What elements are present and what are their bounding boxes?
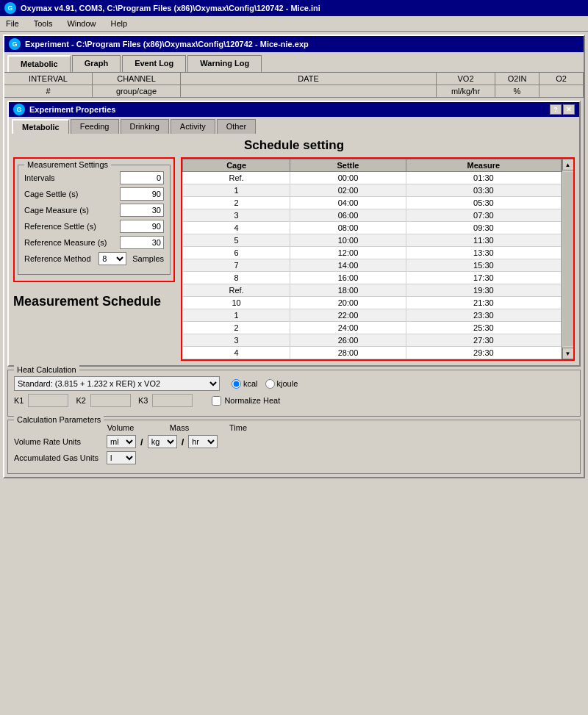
dialog-title: Experiment Properties [29, 105, 115, 114]
schedule-table-scroll[interactable]: Cage Settle Measure Ref.00:0001:30102:00… [182, 159, 562, 359]
tab-metabolic[interactable]: Metabolic [7, 55, 71, 72]
right-panel: Cage Settle Measure Ref.00:0001:30102:00… [181, 157, 575, 361]
tab-event-log[interactable]: Event Log [122, 55, 186, 72]
table-row: 122:0023:30 [183, 309, 562, 322]
header-channel: CHANNEL [93, 73, 181, 85]
schedule-cell-settle: 16:00 [290, 272, 406, 284]
schedule-table-container: Cage Settle Measure Ref.00:0001:30102:00… [182, 159, 573, 359]
measurement-schedule-label: Measurement Schedule [13, 294, 175, 309]
table-row: 306:0007:30 [183, 209, 562, 222]
app-title: Oxymax v4.91, COM3, C:\Program Files (x8… [21, 4, 320, 12]
menu-tools[interactable]: Tools [31, 18, 56, 29]
scroll-up-button[interactable]: ▲ [562, 159, 574, 170]
kcal-radio-label[interactable]: kcal [232, 379, 258, 389]
cage-measure-row: Cage Measure (s) [24, 204, 164, 217]
intervals-input[interactable] [120, 171, 164, 184]
dialog-icon: G [13, 104, 25, 115]
schedule-header-measure: Measure [406, 159, 561, 172]
schedule-cell-cage: 5 [183, 234, 290, 247]
schedule-setting-title: Schedule setting [244, 138, 344, 152]
schedule-cell-cage: 1 [183, 309, 290, 322]
accumulated-unit-select[interactable]: lml [107, 451, 136, 464]
intervals-label: Intervals [24, 173, 117, 182]
mass-unit-select[interactable]: kgg [148, 435, 177, 448]
main-window: G Experiment - C:\Program Files (x86)\Ox… [3, 35, 585, 478]
heat-radio-group: kcal kjoule [232, 379, 298, 389]
schedule-cell-settle: 22:00 [290, 309, 406, 322]
table-row: Ref.18:0019:30 [183, 284, 562, 297]
dialog-close-button[interactable]: ✕ [563, 104, 575, 115]
inner-tab-metabolic[interactable]: Metabolic [12, 119, 69, 134]
schedule-cell-measure: 07:30 [406, 209, 561, 222]
tab-warning-log[interactable]: Warning Log [187, 55, 262, 72]
calculation-parameters-group: Calculation Parameters Volume Mass Time … [7, 420, 581, 474]
main-window-title-bar: G Experiment - C:\Program Files (x86)\Ox… [4, 36, 584, 52]
ref-method-label: Reference Method [24, 254, 96, 263]
content-layout: Measurement Settings Intervals Cage Sett… [13, 157, 575, 361]
cage-measure-input[interactable] [120, 204, 164, 217]
calc-group-title: Calculation Parameters [14, 415, 104, 424]
schedule-cell-settle: 24:00 [290, 322, 406, 334]
menu-bar: File Tools Window Help [0, 16, 588, 32]
menu-help[interactable]: Help [108, 18, 131, 29]
k2-input[interactable] [90, 394, 131, 407]
schedule-cell-cage: 10 [183, 297, 290, 309]
ref-measure-label: Reference Measure (s) [24, 238, 117, 247]
kjoule-radio-label[interactable]: kjoule [265, 379, 298, 389]
schedule-cell-cage: 6 [183, 247, 290, 259]
schedule-cell-measure: 09:30 [406, 222, 561, 234]
inner-tab-activity[interactable]: Activity [171, 119, 215, 134]
tab-graph[interactable]: Graph [72, 55, 121, 72]
schedule-cell-cage: 4 [183, 222, 290, 234]
header-o2: O2 [539, 73, 584, 85]
schedule-cell-cage: 7 [183, 259, 290, 272]
samples-label: Samples [132, 254, 164, 263]
ref-settle-input[interactable] [120, 220, 164, 233]
accumulated-gas-units-row: Accumulated Gas Units lml [14, 451, 574, 464]
normalize-heat-checkbox[interactable] [212, 396, 221, 406]
schedule-cell-measure: 01:30 [406, 172, 561, 184]
table-row: 510:0011:30 [183, 234, 562, 247]
divider2: / [182, 436, 184, 448]
header-date: DATE [181, 73, 437, 85]
ref-settle-row: Reference Settle (s) [24, 220, 164, 233]
menu-file[interactable]: File [3, 18, 22, 29]
cage-settle-label: Cage Settle (s) [24, 190, 117, 198]
schedule-table: Cage Settle Measure Ref.00:0001:30102:00… [182, 159, 562, 359]
dialog-content: Schedule setting Measurement Settings In… [9, 134, 579, 365]
schedule-cell-settle: 26:00 [290, 334, 406, 347]
schedule-cell-measure: 13:30 [406, 247, 561, 259]
menu-window[interactable]: Window [64, 18, 98, 29]
inner-tab-feeding[interactable]: Feeding [71, 119, 119, 134]
ref-settle-label: Reference Settle (s) [24, 222, 117, 231]
volume-rate-label: Volume Rate Units [14, 437, 102, 446]
k3-input[interactable] [152, 394, 193, 407]
cage-settle-input[interactable] [120, 187, 164, 201]
schedule-header-settle: Settle [290, 159, 406, 172]
scroll-thumb[interactable] [563, 172, 573, 346]
dialog-help-button[interactable]: ? [550, 104, 562, 115]
volume-unit-select[interactable]: mll [107, 435, 136, 448]
ref-method-select[interactable]: 8 4 16 [98, 252, 126, 265]
schedule-scrollbar[interactable]: ▲ ▼ [562, 159, 573, 359]
schedule-cell-settle: 04:00 [290, 197, 406, 209]
inner-tab-other[interactable]: Other [217, 119, 257, 134]
header-interval: INTERVAL [4, 73, 93, 85]
schedule-cell-settle: 12:00 [290, 247, 406, 259]
kcal-radio[interactable] [232, 379, 241, 389]
heat-formula-select[interactable]: Standard: (3.815 + 1.232 x RER) x VO2 [14, 376, 220, 391]
schedule-cell-cage: 2 [183, 322, 290, 334]
schedule-cell-cage: 3 [183, 209, 290, 222]
k1-input[interactable] [28, 394, 68, 407]
schedule-cell-cage: 2 [183, 197, 290, 209]
main-tab-bar: Metabolic Graph Event Log Warning Log [4, 52, 584, 72]
ref-measure-input[interactable] [120, 236, 164, 249]
dialog-title-bar: G Experiment Properties ? ✕ [9, 102, 579, 117]
inner-tab-drinking[interactable]: Drinking [121, 119, 169, 134]
kjoule-radio[interactable] [265, 379, 275, 389]
schedule-cell-settle: 00:00 [290, 172, 406, 184]
k2-label: K2 [76, 396, 85, 405]
scroll-down-button[interactable]: ▼ [562, 348, 574, 359]
time-unit-select[interactable]: hrminsec [188, 435, 218, 448]
schedule-cell-settle: 18:00 [290, 284, 406, 297]
